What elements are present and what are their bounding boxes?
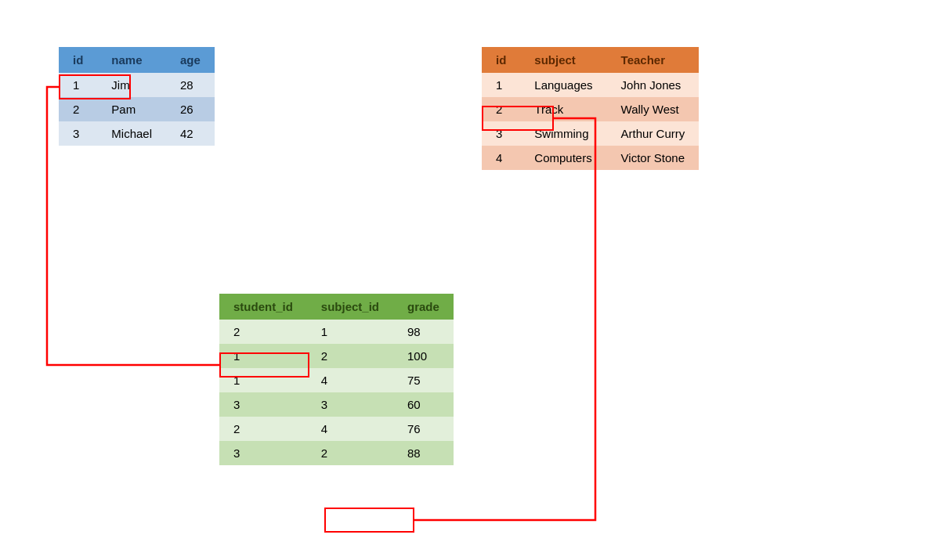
grade-value: 100 xyxy=(393,344,454,368)
table-row: 2 1 98 xyxy=(219,320,454,344)
student-name: Michael xyxy=(97,121,166,146)
grade-value: 76 xyxy=(393,417,454,441)
teacher-name: Wally West xyxy=(607,97,700,121)
subjects-col-teacher: Teacher xyxy=(607,47,700,73)
student-name: Pam xyxy=(97,97,166,121)
subject-id: 4 xyxy=(482,146,520,170)
table-row: 2 4 76 xyxy=(219,417,454,441)
students-col-id: id xyxy=(59,47,97,73)
table-row: 4 Computers Victor Stone xyxy=(482,146,699,170)
subject-id: 1 xyxy=(482,73,520,97)
subject-name: Languages xyxy=(520,73,606,97)
student-id: 2 xyxy=(59,97,97,121)
table-row: 1 Languages John Jones xyxy=(482,73,699,97)
subject-name: Swimming xyxy=(520,121,606,146)
grade-student-id: 2 xyxy=(219,320,307,344)
students-table: id name age 1 Jim 28 2 Pam 26 3 Michael … xyxy=(59,47,215,146)
grade-value: 98 xyxy=(393,320,454,344)
grade-subject-id: 3 xyxy=(307,392,393,417)
subject-id: 2 xyxy=(482,97,520,121)
subjects-table: id subject Teacher 1 Languages John Jone… xyxy=(482,47,699,170)
table-row: 1 4 75 xyxy=(219,368,454,392)
teacher-name: Arthur Curry xyxy=(607,121,700,146)
highlight-grade-subject-2 xyxy=(324,508,414,533)
subjects-col-id: id xyxy=(482,47,520,73)
grades-col-student-id: student_id xyxy=(219,294,307,320)
subjects-col-subject: subject xyxy=(520,47,606,73)
table-row: 2 Track Wally West xyxy=(482,97,699,121)
grade-value: 60 xyxy=(393,392,454,417)
teacher-name: John Jones xyxy=(607,73,700,97)
subject-id: 3 xyxy=(482,121,520,146)
grade-value: 75 xyxy=(393,368,454,392)
subject-name: Track xyxy=(520,97,606,121)
grade-subject-id: 4 xyxy=(307,368,393,392)
grades-table: student_id subject_id grade 2 1 98 1 2 1… xyxy=(219,294,454,465)
student-age: 28 xyxy=(166,73,215,97)
table-row: 3 3 60 xyxy=(219,392,454,417)
table-row: 1 Jim 28 xyxy=(59,73,215,97)
table-row: 2 Pam 26 xyxy=(59,97,215,121)
students-col-name: name xyxy=(97,47,166,73)
table-row: 3 Michael 42 xyxy=(59,121,215,146)
student-age: 26 xyxy=(166,97,215,121)
table-row: 3 Swimming Arthur Curry xyxy=(482,121,699,146)
table-row: 1 2 100 xyxy=(219,344,454,368)
student-id: 1 xyxy=(59,73,97,97)
grade-student-id: 3 xyxy=(219,441,307,465)
teacher-name: Victor Stone xyxy=(607,146,700,170)
grades-col-subject-id: subject_id xyxy=(307,294,393,320)
grades-col-grade: grade xyxy=(393,294,454,320)
grade-subject-id: 1 xyxy=(307,320,393,344)
grade-student-id: 3 xyxy=(219,392,307,417)
grade-subject-id: 2 xyxy=(307,344,393,368)
student-id: 3 xyxy=(59,121,97,146)
grade-subject-id: 2 xyxy=(307,441,393,465)
table-row: 3 2 88 xyxy=(219,441,454,465)
student-name: Jim xyxy=(97,73,166,97)
grade-subject-id: 4 xyxy=(307,417,393,441)
students-col-age: age xyxy=(166,47,215,73)
grade-student-id: 2 xyxy=(219,417,307,441)
student-age: 42 xyxy=(166,121,215,146)
subject-name: Computers xyxy=(520,146,606,170)
grade-value: 88 xyxy=(393,441,454,465)
grade-student-id: 1 xyxy=(219,344,307,368)
grade-student-id: 1 xyxy=(219,368,307,392)
